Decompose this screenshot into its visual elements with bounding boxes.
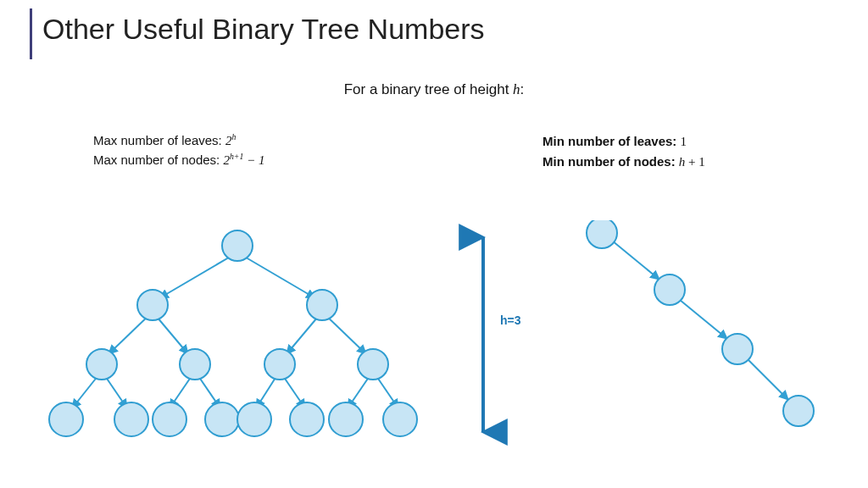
svg-point-22 bbox=[114, 402, 148, 436]
max-leaves-label: Max number of leaves: bbox=[93, 133, 225, 147]
max-nodes-label: Max number of nodes: bbox=[93, 152, 223, 167]
subtitle-prefix: For a binary tree of height bbox=[344, 81, 513, 97]
svg-point-16 bbox=[307, 290, 337, 320]
svg-point-25 bbox=[237, 402, 271, 436]
svg-point-24 bbox=[205, 402, 239, 436]
svg-point-28 bbox=[383, 402, 417, 436]
full-tree-nodes bbox=[49, 230, 417, 436]
max-leaves-formula: 2h bbox=[225, 134, 236, 147]
svg-line-1 bbox=[237, 252, 315, 298]
trees-diagram bbox=[0, 220, 868, 483]
full-tree-edges bbox=[72, 252, 398, 408]
min-nodes-label: Min number of nodes: bbox=[542, 154, 679, 169]
svg-point-34 bbox=[722, 334, 753, 364]
page-title: Other Useful Binary Tree Numbers bbox=[42, 13, 485, 46]
svg-point-19 bbox=[264, 349, 295, 380]
left-column: Max number of leaves: 2h Max number of n… bbox=[93, 131, 264, 169]
svg-point-32 bbox=[587, 220, 617, 248]
svg-line-31 bbox=[748, 359, 788, 400]
svg-line-29 bbox=[612, 241, 659, 280]
min-nodes-formula: h + 1 bbox=[679, 155, 705, 169]
min-leaves-label: Min number of leaves: bbox=[542, 134, 681, 148]
skewed-tree-nodes bbox=[587, 220, 814, 426]
svg-point-21 bbox=[49, 402, 83, 436]
svg-point-14 bbox=[222, 230, 253, 261]
svg-point-33 bbox=[654, 274, 685, 305]
svg-point-26 bbox=[290, 402, 324, 436]
subtitle-suffix: : bbox=[520, 81, 525, 97]
right-column: Min number of leaves: 1 Min number of no… bbox=[542, 131, 705, 172]
svg-point-27 bbox=[329, 402, 363, 436]
svg-line-30 bbox=[680, 300, 727, 339]
subtitle-var: h bbox=[513, 81, 520, 97]
title-accent-bar bbox=[30, 8, 32, 59]
subtitle: For a binary tree of height h: bbox=[0, 81, 868, 98]
max-leaves-line: Max number of leaves: 2h bbox=[93, 131, 264, 151]
svg-point-18 bbox=[180, 349, 210, 380]
skewed-tree-edges bbox=[612, 241, 788, 400]
svg-point-20 bbox=[358, 349, 388, 380]
max-nodes-line: Max number of nodes: 2h+1 − 1 bbox=[93, 151, 264, 170]
svg-point-35 bbox=[783, 396, 814, 426]
min-nodes-line: Min number of nodes: h + 1 bbox=[542, 152, 705, 172]
min-leaves-line: Min number of leaves: 1 bbox=[542, 131, 705, 152]
max-nodes-formula: 2h+1 − 1 bbox=[223, 153, 264, 167]
svg-point-15 bbox=[137, 290, 168, 320]
svg-line-0 bbox=[159, 252, 237, 298]
svg-point-23 bbox=[153, 402, 186, 436]
svg-point-17 bbox=[86, 349, 117, 380]
min-leaves-value: 1 bbox=[681, 135, 687, 148]
